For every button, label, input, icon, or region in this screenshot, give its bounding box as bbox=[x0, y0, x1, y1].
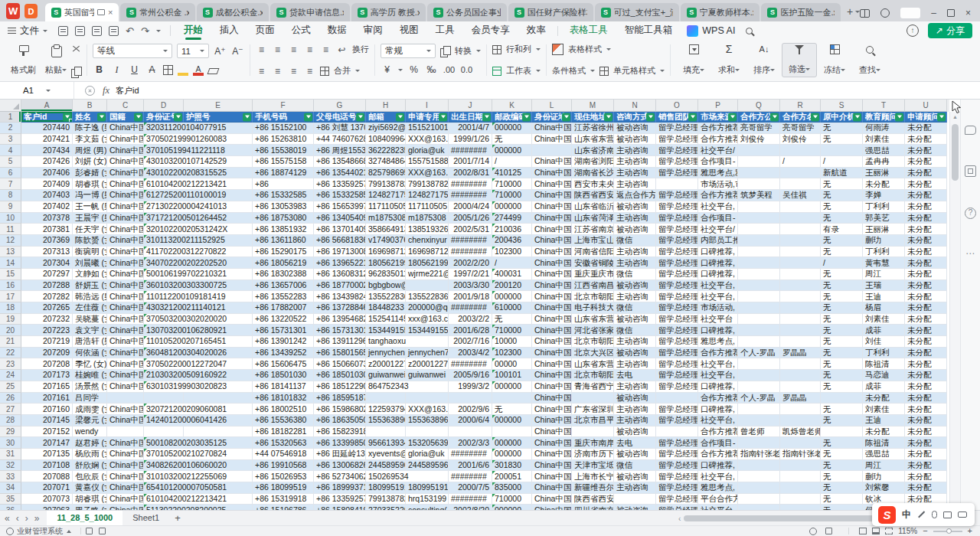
header-cell-J1[interactable]: 出生日期 bbox=[449, 112, 492, 123]
cell-R27[interactable] bbox=[780, 404, 821, 415]
align-bottom-icon[interactable]: ≡ bbox=[288, 45, 299, 54]
cell-N18[interactable]: 微信 bbox=[614, 302, 656, 314]
cell-O33[interactable]: 留学总经理 bbox=[656, 471, 698, 482]
cell-J7[interactable]: ######## bbox=[449, 178, 492, 190]
cell-A16[interactable]: 207288 bbox=[21, 280, 73, 292]
cell-L6[interactable]: China中国 bbox=[532, 168, 572, 179]
cell-D13[interactable]: 411702200312270822 bbox=[144, 247, 253, 258]
cell-D6[interactable]: 430102200208315525 bbox=[144, 168, 253, 179]
cell-M18[interactable]: 电子科技大 bbox=[572, 302, 614, 314]
cell-C28[interactable]: China中国 bbox=[107, 415, 144, 427]
cell-O8[interactable]: 留学总经理 bbox=[656, 190, 698, 201]
cell-A12[interactable]: 207369 bbox=[21, 235, 73, 247]
row-header-1[interactable]: 1 bbox=[0, 112, 21, 123]
cell-H33[interactable]: 150269534 bbox=[366, 471, 449, 482]
cell-B18[interactable]: 左佳薇 (女 bbox=[73, 302, 107, 314]
cell-N24[interactable]: 去电 bbox=[614, 370, 656, 381]
cell-B31[interactable]: 杨欣雨 (女 bbox=[73, 449, 107, 460]
cell-L5[interactable]: China中国 bbox=[532, 156, 572, 168]
cell-S12[interactable]: 无 bbox=[821, 235, 863, 247]
cell-U32[interactable]: 未分配 bbox=[905, 460, 947, 472]
cell-O28[interactable]: 留学总经理 bbox=[656, 415, 698, 427]
filter-ribbon-button[interactable]: 筛选 bbox=[782, 43, 817, 77]
cell-J10[interactable]: 2005/1/26 bbox=[449, 213, 492, 224]
cell-K36[interactable]: 000000 bbox=[492, 505, 532, 510]
cell-C35[interactable]: China中国 bbox=[107, 494, 144, 505]
increase-decimal-button[interactable]: .00 bbox=[443, 63, 456, 77]
cell-Q29[interactable]: 曾老师 bbox=[738, 427, 780, 438]
cell-O7[interactable] bbox=[656, 178, 698, 190]
cell-I22[interactable]: jennychen7 bbox=[406, 348, 449, 359]
cell-B4[interactable]: 周煜 (男) bbox=[73, 145, 107, 156]
cell-U11[interactable]: 未分配 bbox=[905, 224, 947, 235]
filter-button[interactable] bbox=[304, 113, 312, 121]
cell-G33[interactable]: +86 52734062 bbox=[314, 471, 366, 482]
cell-D18[interactable]: 430321200211140121 bbox=[144, 302, 253, 314]
row-header-9[interactable]: 9 bbox=[0, 201, 21, 213]
header-cell-N1[interactable]: 咨询方式 bbox=[614, 112, 656, 123]
filter-button[interactable] bbox=[134, 113, 142, 121]
cell-N23[interactable]: 主动咨询 bbox=[614, 358, 656, 370]
cell-U30[interactable]: 未分配 bbox=[905, 437, 947, 449]
decrease-indent-icon[interactable]: ≡ bbox=[304, 45, 315, 54]
header-cell-P1[interactable]: 市场来源 bbox=[698, 112, 738, 123]
cell-A27[interactable]: 207160 bbox=[21, 404, 73, 415]
cell-Q8[interactable]: 筑梦美程 bbox=[738, 190, 780, 201]
split-view-icon[interactable] bbox=[860, 9, 870, 18]
column-header-P[interactable]: P bbox=[698, 100, 738, 112]
cell-O29[interactable] bbox=[656, 427, 698, 438]
cell-O36[interactable]: 留学总经理 bbox=[656, 505, 698, 510]
cell-J36[interactable]: 2002/8/20 bbox=[449, 505, 492, 510]
cell-D30[interactable]: 500108200203035125 bbox=[144, 437, 253, 449]
cell-K21[interactable]: 10000 bbox=[492, 336, 532, 348]
cell-J4[interactable]: ######## bbox=[449, 145, 492, 156]
cell-U31[interactable]: 未分配 bbox=[905, 449, 947, 460]
cell-G5[interactable]: +86 1354866895 bbox=[314, 156, 366, 168]
ime-language-indicator[interactable]: 中 bbox=[902, 508, 911, 521]
cell-T18[interactable]: 杨眉 bbox=[863, 302, 905, 314]
filter-button[interactable] bbox=[243, 113, 251, 121]
header-cell-M1[interactable]: 现住地址 bbox=[572, 112, 614, 123]
cell-O31[interactable]: 留学总经理 bbox=[656, 449, 698, 460]
merge-cells-button[interactable]: 合并 bbox=[334, 65, 360, 77]
cell-A17[interactable]: 207282 bbox=[21, 291, 73, 302]
cell-T8[interactable]: 李婵 bbox=[863, 190, 905, 201]
cell-T28[interactable]: 王迪 bbox=[863, 415, 905, 427]
cell-D25[interactable]: 630103199903020823 bbox=[144, 381, 253, 393]
cell-I15[interactable]: wjrme221@ bbox=[406, 269, 449, 280]
row-header-14[interactable]: 14 bbox=[0, 257, 21, 269]
cell-T21[interactable]: 刘佳 bbox=[863, 336, 905, 348]
cell-L18[interactable]: China中国 bbox=[532, 302, 572, 314]
cell-G34[interactable]: +86 1899937166 bbox=[314, 482, 366, 494]
cell-P34[interactable]: 雅思考点, bbox=[698, 482, 738, 494]
cell-I23[interactable]: z20001227 bbox=[406, 358, 449, 370]
close-button[interactable]: × bbox=[965, 8, 971, 18]
cell-N35[interactable] bbox=[614, 494, 656, 505]
file-menu-button[interactable]: 文件 bbox=[8, 25, 47, 38]
cell-L29[interactable]: China中国 bbox=[532, 427, 572, 438]
cell-C8[interactable]: China中国 bbox=[107, 190, 144, 201]
cell-A9[interactable]: 207402 bbox=[21, 201, 73, 213]
column-header-G[interactable]: G bbox=[314, 100, 366, 112]
cell-S3[interactable]: 无 bbox=[821, 134, 863, 145]
cell-F34[interactable]: +86 18099519 bbox=[253, 482, 314, 494]
cell-P25[interactable]: 口碑推荐, bbox=[698, 381, 738, 393]
font-color-icon[interactable]: A bbox=[193, 64, 204, 76]
cell-L25[interactable]: China中国 bbox=[532, 381, 572, 393]
keyboard-icon[interactable] bbox=[958, 511, 967, 518]
rows-columns-button[interactable]: 行和列 bbox=[492, 44, 541, 55]
cell-F24[interactable]: +86 18501030 bbox=[253, 370, 314, 381]
cell-H16[interactable]: bgbgbow@ bbox=[366, 280, 406, 292]
cell-I28[interactable]: 155363896 bbox=[406, 415, 449, 427]
filter-button[interactable] bbox=[604, 113, 612, 121]
number-format-select[interactable]: 常规 bbox=[381, 44, 436, 58]
cell-P21[interactable]: 雅思考点, bbox=[698, 336, 738, 348]
cell-U2[interactable]: 未分配 bbox=[905, 123, 947, 134]
cell-F17[interactable]: +86 13552283 bbox=[253, 291, 314, 302]
cell-T25[interactable]: 成菲 bbox=[863, 381, 905, 393]
cell-F15[interactable]: +86 18302388 bbox=[253, 269, 314, 280]
cell-H23[interactable]: z20001227 bbox=[366, 358, 406, 370]
cell-R26[interactable]: 罗晶晶 bbox=[780, 393, 821, 404]
increase-indent-icon[interactable]: ≡ bbox=[320, 45, 332, 54]
cell-I16[interactable] bbox=[406, 280, 449, 292]
